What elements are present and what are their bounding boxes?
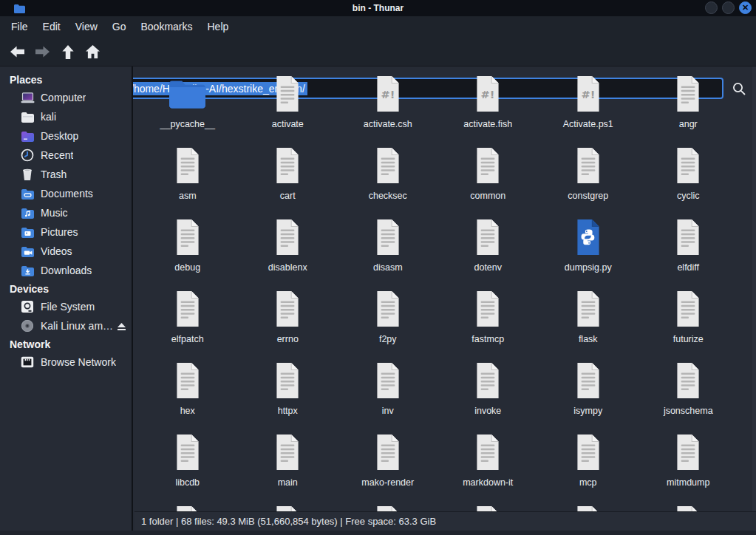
file-item[interactable]: main (238, 429, 338, 501)
sidebar-item-label: Videos (41, 245, 72, 257)
back-button[interactable] (6, 41, 29, 63)
sidebar-item-downloads[interactable]: Downloads (0, 261, 132, 280)
desktop-folder-icon (20, 131, 35, 142)
minimize-button[interactable] (705, 1, 718, 14)
sidebar-item-recent[interactable]: Recent (0, 146, 132, 165)
file-item[interactable]: asm (137, 143, 238, 214)
text-file-icon (674, 217, 702, 258)
file-item-partial[interactable] (638, 501, 739, 511)
sidebar-item-kali-linux-am[interactable]: Kali Linux am… (0, 316, 132, 335)
sidebar-item-label: Trash (41, 168, 67, 180)
file-label: fastmcp (471, 334, 504, 344)
file-label: disasm (373, 262, 403, 273)
file-item[interactable]: disablenx (238, 214, 338, 286)
file-item[interactable]: #!activate.csh (338, 71, 438, 143)
file-item[interactable]: invoke (438, 358, 539, 429)
file-item[interactable]: __pycache__ (137, 71, 238, 143)
file-item[interactable]: elfpatch (137, 286, 238, 358)
file-item[interactable]: hex (137, 358, 238, 429)
file-item-partial[interactable] (338, 501, 438, 511)
file-item[interactable]: mitmdump (638, 429, 739, 501)
sidebar-item-browse-network[interactable]: Browse Network (0, 352, 132, 372)
sidebar-item-videos[interactable]: Videos (0, 242, 132, 261)
file-item-partial[interactable] (238, 501, 338, 511)
text-file-icon (474, 503, 502, 511)
file-item[interactable]: cyclic (638, 143, 739, 214)
file-item-partial[interactable] (137, 501, 238, 511)
sidebar-item-label: Browse Network (41, 356, 116, 368)
home-button[interactable] (81, 41, 104, 63)
close-button[interactable]: ✕ (739, 1, 752, 14)
file-item[interactable]: inv (338, 358, 438, 429)
text-file-icon (174, 360, 202, 401)
file-item[interactable]: dotenv (438, 214, 539, 286)
sidebar-item-music[interactable]: Music (0, 203, 132, 222)
sidebar-item-documents[interactable]: Documents (0, 184, 132, 203)
text-file-icon (174, 503, 202, 511)
file-item[interactable]: checksec (338, 143, 438, 214)
text-file-icon (474, 432, 502, 473)
optical-disc-icon (20, 319, 35, 333)
sidebar-item-pictures[interactable]: Pictures (0, 222, 132, 242)
videos-folder-icon (20, 246, 35, 257)
file-label: constgrep (568, 191, 608, 201)
sidebar-item-kali[interactable]: kali (0, 107, 132, 126)
menu-bookmarks[interactable]: Bookmarks (133, 18, 200, 35)
file-item[interactable]: fastmcp (438, 286, 539, 358)
file-item[interactable]: mcp (538, 429, 638, 501)
music-folder-icon (20, 208, 35, 219)
sidebar-header-places: Places (0, 71, 132, 88)
file-item[interactable]: futurize (638, 286, 739, 358)
file-item[interactable]: elfdiff (638, 214, 739, 286)
thunar-window: bin - Thunar ✕ FileEditViewGoBookmarksHe… (0, 0, 756, 535)
file-item[interactable]: jsonschema (638, 358, 739, 429)
file-label: httpx (278, 406, 298, 416)
sidebar-header-network: Network (0, 335, 132, 352)
file-item[interactable]: disasm (338, 214, 438, 286)
trash-icon (20, 168, 35, 181)
file-item[interactable]: #!activate.fish (438, 71, 539, 143)
file-item-partial[interactable] (538, 501, 638, 511)
text-file-icon (174, 288, 202, 330)
file-item[interactable]: constgrep (538, 143, 638, 214)
file-item[interactable]: cart (238, 143, 338, 214)
file-item[interactable]: debug (137, 214, 238, 286)
file-label: activate (272, 119, 304, 129)
text-file-icon (374, 288, 402, 330)
vertical-scrollbar[interactable] (752, 67, 756, 535)
menu-file[interactable]: File (4, 18, 35, 35)
file-item[interactable]: libcdb (137, 429, 238, 501)
file-item[interactable]: dumpsig.py (538, 214, 638, 286)
menu-edit[interactable]: Edit (35, 18, 68, 35)
text-file-icon (374, 145, 402, 186)
recent-clock-icon (20, 149, 35, 162)
sidebar-item-desktop[interactable]: Desktop (0, 126, 132, 146)
menu-go[interactable]: Go (105, 18, 134, 35)
file-item[interactable]: angr (638, 71, 739, 143)
sidebar-item-label: File System (41, 301, 95, 313)
menu-help[interactable]: Help (200, 18, 236, 35)
sidebar-item-file-system[interactable]: File System (0, 297, 132, 316)
eject-icon[interactable] (117, 321, 126, 333)
file-item[interactable]: mako-render (338, 429, 438, 501)
file-item[interactable]: isympy (538, 358, 638, 429)
sidebar-item-trash[interactable]: Trash (0, 165, 132, 184)
maximize-button[interactable] (722, 1, 735, 14)
file-item[interactable]: httpx (238, 358, 338, 429)
file-item[interactable]: common (438, 143, 539, 214)
sidebar-item-label: Kali Linux am… (41, 320, 113, 332)
file-item[interactable]: markdown-it (438, 429, 539, 501)
up-button[interactable] (56, 41, 79, 63)
file-item[interactable]: activate (238, 71, 338, 143)
file-item[interactable]: f2py (338, 286, 438, 358)
file-label: debug (174, 262, 200, 273)
file-item[interactable]: errno (238, 286, 338, 358)
file-item[interactable]: flask (538, 286, 638, 358)
file-item[interactable]: #!Activate.ps1 (538, 71, 638, 143)
forward-button[interactable] (31, 41, 54, 63)
file-label: mcp (579, 477, 597, 488)
menu-view[interactable]: View (68, 18, 105, 35)
sidebar-item-computer[interactable]: Computer (0, 88, 132, 107)
file-item-partial[interactable] (438, 501, 539, 511)
text-file-icon (273, 73, 302, 115)
